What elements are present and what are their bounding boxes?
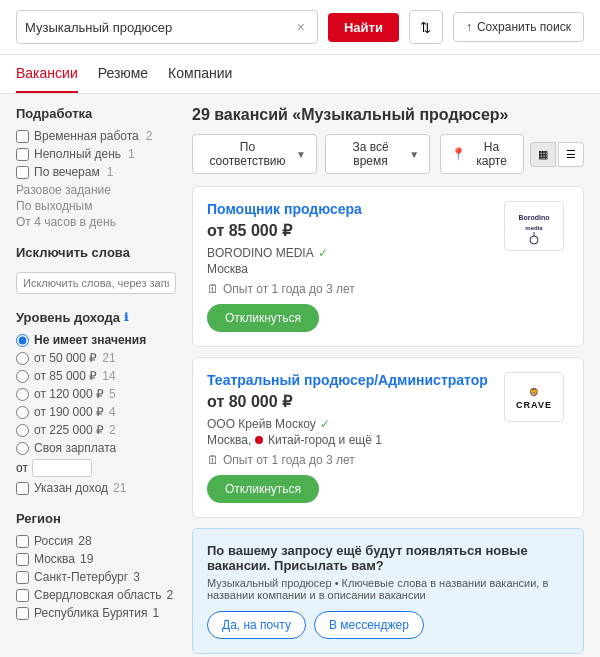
svg-rect-5: [509, 375, 559, 419]
region-label-4[interactable]: Республика Бурятия: [34, 606, 148, 620]
svg-text:media: media: [525, 225, 543, 231]
search-button[interactable]: Найти: [328, 13, 399, 42]
experience-text-1: Опыт от 1 года до 3 лет: [223, 453, 355, 467]
income-radio-2[interactable]: [16, 370, 29, 383]
income-radio-5[interactable]: [16, 424, 29, 437]
parttime-link-razovoe[interactable]: Разовое задание: [16, 183, 176, 197]
parttime-check-0[interactable]: [16, 130, 29, 143]
view-list-button[interactable]: ☰: [558, 142, 584, 167]
tab-resume[interactable]: Резюме: [98, 55, 148, 93]
income-item-5: от 225 000 ₽ 2: [16, 423, 176, 437]
region-check-2[interactable]: [16, 571, 29, 584]
parttime-section: Подработка Временная работа 2 Неполный д…: [16, 106, 176, 229]
income-count-1: 21: [102, 351, 115, 365]
region-check-1[interactable]: [16, 553, 29, 566]
parttime-check-1[interactable]: [16, 148, 29, 161]
parttime-item-1: Неполный день 1: [16, 147, 176, 161]
region-label-1[interactable]: Москва: [34, 552, 75, 566]
apply-button-1[interactable]: Откликнуться: [207, 475, 319, 503]
filter-button[interactable]: ⇅: [409, 10, 443, 44]
income-radio-3[interactable]: [16, 388, 29, 401]
notify-messenger-button[interactable]: В мессенджер: [314, 611, 424, 639]
job-location-extra-1: Китай-город и ещё 1: [268, 433, 382, 447]
region-check-3[interactable]: [16, 589, 29, 602]
parttime-label-2[interactable]: По вечерам: [34, 165, 100, 179]
view-grid-button[interactable]: ▦: [530, 142, 556, 167]
sort-time-button[interactable]: За всё время ▼: [325, 134, 430, 174]
job-location-city-1: Москва: [207, 433, 248, 447]
parttime-check-2[interactable]: [16, 166, 29, 179]
parttime-label-0[interactable]: Временная работа: [34, 129, 139, 143]
job-salary-1: от 80 000 ₽: [207, 392, 489, 411]
map-pin-icon: 📍: [451, 147, 466, 161]
location-dot-1: [255, 436, 263, 444]
notify-email-button[interactable]: Да, на почту: [207, 611, 306, 639]
job-company-0: BORODINO MEDIA ✓: [207, 246, 489, 260]
exclude-input[interactable]: [16, 272, 176, 294]
region-item-4: Республика Бурятия 1: [16, 606, 176, 620]
svg-text:Borodino: Borodino: [518, 214, 549, 221]
job-card-info-0: Помощник продюсера от 85 000 ₽ BORODINO …: [207, 201, 489, 332]
income-title: Уровень дохода ℹ: [16, 310, 176, 325]
income-label-4[interactable]: от 190 000 ₽: [34, 405, 104, 419]
income-indicated-check[interactable]: [16, 482, 29, 495]
map-button[interactable]: 📍 На карте: [440, 134, 524, 174]
income-label-0[interactable]: Не имеет значения: [34, 333, 146, 347]
income-indicated-label[interactable]: Указан доход: [34, 481, 108, 495]
tab-vacancies[interactable]: Вакансии: [16, 55, 78, 93]
job-title-1[interactable]: Театральный продюсер/Администратор: [207, 372, 489, 388]
income-radio-1[interactable]: [16, 352, 29, 365]
income-radio-4[interactable]: [16, 406, 29, 419]
income-label-6[interactable]: Своя зарплата: [34, 441, 116, 455]
income-radio-0[interactable]: [16, 334, 29, 347]
sidebar: Подработка Временная работа 2 Неполный д…: [16, 106, 176, 657]
income-item-2: от 85 000 ₽ 14: [16, 369, 176, 383]
income-title-text: Уровень дохода: [16, 310, 120, 325]
income-label-3[interactable]: от 120 000 ₽: [34, 387, 104, 401]
job-experience-0: 🗓 Опыт от 1 года до 3 лет: [207, 282, 489, 296]
region-section: Регион Россия 28 Москва 19 Санкт-Петербу…: [16, 511, 176, 620]
region-check-4[interactable]: [16, 607, 29, 620]
job-company-name-1[interactable]: ООО Крейв Москоу: [207, 417, 316, 431]
job-experience-1: 🗓 Опыт от 1 года до 3 лет: [207, 453, 489, 467]
logo-box-0: Borodino media: [504, 201, 564, 251]
income-label-2[interactable]: от 85 000 ₽: [34, 369, 97, 383]
job-title-0[interactable]: Помощник продюсера: [207, 201, 489, 217]
apply-button-0[interactable]: Откликнуться: [207, 304, 319, 332]
sort-relevance-button[interactable]: По соответствию ▼: [192, 134, 317, 174]
sort-chevron-1: ▼: [296, 149, 306, 160]
list-icon: ☰: [566, 148, 576, 160]
region-check-0[interactable]: [16, 535, 29, 548]
job-logo-1: 🦁 CRAVE: [499, 372, 569, 503]
parttime-item-0: Временная работа 2: [16, 129, 176, 143]
save-search-button[interactable]: ↑ Сохранить поиск: [453, 12, 584, 42]
income-item-1: от 50 000 ₽ 21: [16, 351, 176, 365]
borodino-logo-0: Borodino media: [509, 204, 559, 248]
region-count-1: 19: [80, 552, 93, 566]
income-count-3: 5: [109, 387, 116, 401]
search-clear-icon[interactable]: ×: [297, 19, 305, 35]
region-label-0[interactable]: Россия: [34, 534, 73, 548]
grid-icon: ▦: [538, 148, 548, 160]
experience-icon-1: 🗓: [207, 453, 219, 467]
income-count-4: 4: [109, 405, 116, 419]
parttime-link-weekend[interactable]: По выходным: [16, 199, 176, 213]
job-company-name-0[interactable]: BORODINO MEDIA: [207, 246, 314, 260]
region-count-3: 2: [166, 588, 173, 602]
content-area: Подработка Временная работа 2 Неполный д…: [0, 94, 600, 657]
income-label-1[interactable]: от 50 000 ₽: [34, 351, 97, 365]
tabs-bar: Вакансии Резюме Компании: [0, 55, 600, 94]
parttime-label-1[interactable]: Неполный день: [34, 147, 121, 161]
parttime-link-4hours[interactable]: От 4 часов в день: [16, 215, 176, 229]
region-label-2[interactable]: Санкт-Петербург: [34, 570, 128, 584]
income-label-5[interactable]: от 225 000 ₽: [34, 423, 104, 437]
region-label-3[interactable]: Свердловская область: [34, 588, 161, 602]
own-salary-input[interactable]: [32, 459, 92, 477]
tab-companies[interactable]: Компании: [168, 55, 232, 93]
income-item-4: от 190 000 ₽ 4: [16, 405, 176, 419]
region-item-2: Санкт-Петербург 3: [16, 570, 176, 584]
sort-left: По соответствию ▼ За всё время ▼: [192, 134, 430, 174]
income-info-icon[interactable]: ℹ: [124, 311, 128, 324]
search-input[interactable]: [25, 20, 297, 35]
income-radio-6[interactable]: [16, 442, 29, 455]
